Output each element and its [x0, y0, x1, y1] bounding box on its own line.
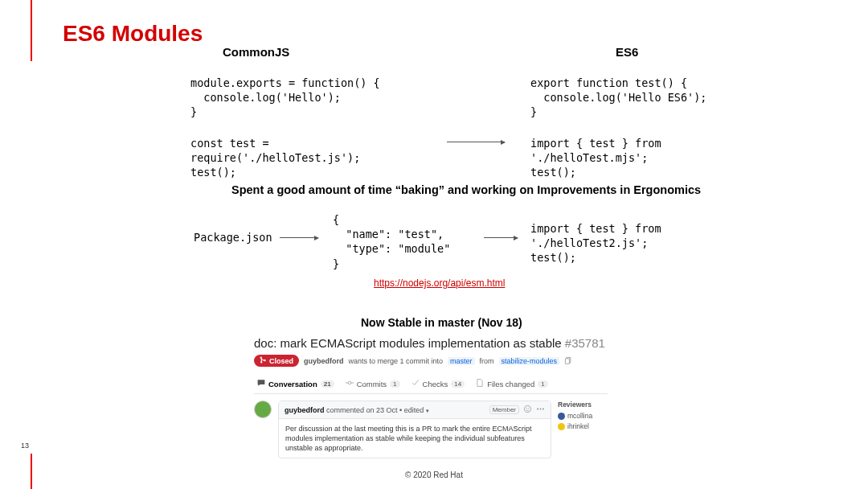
arrow-icon — [280, 237, 318, 238]
tab-label: Conversation — [268, 380, 317, 388]
arrow-icon — [484, 237, 518, 238]
svg-point-2 — [526, 408, 527, 409]
tab-conversation[interactable]: Conversation 21 — [257, 379, 334, 388]
comment-bubble: guybedford commented on 23 Oct • edited … — [278, 401, 551, 458]
check-icon — [411, 379, 420, 388]
column-heading-commonjs: CommonJS — [223, 45, 289, 59]
smiley-icon[interactable] — [523, 405, 532, 415]
chevron-down-icon[interactable]: ▾ — [426, 408, 429, 413]
tab-checks[interactable]: Checks 14 — [411, 379, 465, 388]
svg-point-0 — [348, 381, 351, 384]
pr-title: doc: mark ECMAScript modules implementat… — [254, 336, 608, 350]
copyright: © 2020 Red Hat — [0, 471, 868, 479]
count-badge: 1 — [538, 380, 547, 388]
count-badge: 14 — [451, 380, 465, 388]
svg-point-3 — [528, 408, 529, 409]
comment-body: Per discussion at the last meeting this … — [279, 419, 551, 458]
avatar — [558, 413, 565, 420]
tab-label: Checks — [423, 380, 448, 388]
svg-point-6 — [542, 409, 544, 410]
pr-merge-text-from: from — [480, 357, 494, 365]
comment-meta: commented on 23 Oct • edited — [326, 406, 424, 414]
comment-header-left: guybedford commented on 23 Oct • edited … — [285, 406, 429, 414]
role-badge: Member — [489, 405, 519, 414]
reviewers-panel: Reviewers mcollina ihrinkel — [558, 401, 608, 458]
commit-icon — [346, 379, 354, 388]
heading-now-stable: Now Stable in master (Nov 18) — [361, 316, 522, 329]
pr-source-branch[interactable]: stabilize-modules — [499, 357, 560, 365]
pr-title-text: doc: mark ECMAScript modules implementat… — [254, 336, 562, 350]
reviewer-row[interactable]: mcollina — [558, 412, 608, 420]
arrow-icon — [447, 142, 505, 142]
reviewer-name: ihrinkel — [567, 422, 589, 430]
reviewer-row[interactable]: ihrinkel — [558, 422, 608, 430]
code-commonjs-import: const test = require('./helloTest.js'); … — [190, 136, 360, 180]
tab-label: Commits — [357, 380, 387, 388]
svg-point-1 — [524, 405, 530, 412]
column-heading-es6: ES6 — [616, 45, 638, 59]
status-badge-label: Closed — [269, 357, 293, 365]
caption-baking: Spent a good amount of time “baking” and… — [231, 183, 701, 196]
pr-target-branch[interactable]: master — [448, 357, 475, 365]
tab-label: Files changed — [487, 380, 534, 388]
avatar — [558, 423, 565, 430]
tab-commits[interactable]: Commits 1 — [346, 379, 400, 388]
avatar[interactable] — [254, 401, 272, 418]
page-title: ES6 Modules — [63, 21, 203, 47]
code-es6-import: import { test } from './helloTest.mjs'; … — [530, 136, 661, 180]
git-merge-icon — [260, 356, 267, 365]
svg-point-5 — [540, 409, 542, 410]
reviewers-heading: Reviewers — [558, 401, 608, 409]
code-package-json: { "name": "test", "type": "module" } — [333, 212, 450, 271]
comment-author[interactable]: guybedford — [285, 406, 325, 414]
docs-link[interactable]: https://nodejs.org/api/esm.html — [374, 277, 505, 289]
count-badge: 21 — [321, 380, 334, 388]
reviewer-name: mcollina — [567, 412, 592, 420]
pr-issue-id: #35781 — [565, 336, 605, 350]
comment-icon — [257, 379, 265, 388]
pr-tabs: Conversation 21 Commits 1 Checks 14 File… — [254, 372, 608, 394]
code-commonjs-export: module.exports = function() { console.lo… — [190, 76, 380, 120]
status-badge-closed: Closed — [254, 355, 299, 367]
slide-accent-bar-top — [31, 0, 32, 61]
label-package-json: Package.json — [194, 231, 272, 244]
pr-author[interactable]: guybedford — [304, 357, 344, 365]
pr-merge-text-mid: wants to merge 1 commit into — [349, 357, 444, 365]
copy-icon[interactable] — [564, 356, 572, 366]
count-badge: 1 — [390, 380, 399, 388]
file-icon — [476, 379, 484, 388]
pr-meta-row: Closed guybedford wants to merge 1 commi… — [254, 355, 608, 367]
code-es6-export: export function test() { console.log('He… — [530, 76, 706, 120]
kebab-icon[interactable] — [536, 405, 545, 415]
github-pr-card: doc: mark ECMAScript modules implementat… — [254, 336, 608, 458]
code-es6-import-jsx: import { test } from './helloTest2.js'; … — [530, 221, 661, 265]
tab-files[interactable]: Files changed 1 — [476, 379, 548, 388]
page-number: 13 — [21, 442, 29, 450]
svg-point-4 — [537, 409, 538, 410]
